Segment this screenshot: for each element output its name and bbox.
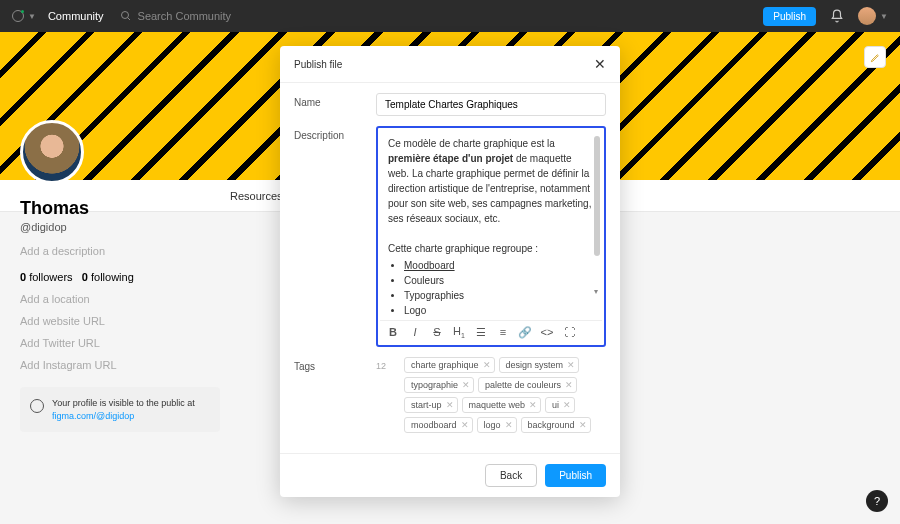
bell-icon[interactable] [830, 9, 844, 23]
bullet-item: Background [404, 318, 594, 320]
pencil-icon [870, 52, 881, 63]
tag-chip: maquette web✕ [462, 397, 542, 413]
editor-toolbar: B I S H1 ☰ ≡ 🔗 <> ⛶ [380, 320, 602, 343]
tag-chip: typographie✕ [404, 377, 474, 393]
numbered-list-icon[interactable]: ≡ [496, 326, 510, 338]
tag-remove-icon[interactable]: ✕ [505, 420, 513, 430]
moodboard-link[interactable]: Moodboard [404, 260, 455, 271]
svg-point-0 [121, 12, 128, 19]
profile-stats: 0 followers 0 following [20, 271, 260, 283]
add-location-link[interactable]: Add a location [20, 293, 260, 305]
profile-name: Thomas [20, 198, 260, 219]
tag-chip: charte graphique✕ [404, 357, 495, 373]
tag-remove-icon[interactable]: ✕ [563, 400, 571, 410]
expand-icon[interactable]: ⛶ [562, 326, 576, 338]
avatar[interactable] [858, 7, 876, 25]
name-label: Name [294, 93, 364, 108]
bullet-item: Typographies [404, 288, 594, 303]
tags-container: charte graphique✕design system✕typograph… [404, 357, 606, 433]
add-description-link[interactable]: Add a description [20, 245, 260, 257]
add-twitter-link[interactable]: Add Twitter URL [20, 337, 260, 349]
profile-handle: @digidop [20, 221, 260, 233]
tag-remove-icon[interactable]: ✕ [483, 360, 491, 370]
tag-chip: design system✕ [499, 357, 580, 373]
bullet-item: Logo [404, 303, 594, 318]
tag-chip: palette de couleurs✕ [478, 377, 577, 393]
back-button[interactable]: Back [485, 464, 537, 487]
profile-url-link[interactable]: figma.com/@digidop [52, 411, 134, 421]
avatar-large[interactable] [20, 120, 84, 184]
bullet-item: Couleurs [404, 273, 594, 288]
profile-sidebar: Thomas @digidop Add a description 0 foll… [20, 120, 260, 432]
publish-file-modal: Publish file ✕ Name Description Ce modèl… [280, 46, 620, 497]
bullet-item: Moodboard [404, 258, 594, 273]
link-icon[interactable]: 🔗 [518, 326, 532, 339]
globe-icon [30, 399, 44, 413]
tag-chip: background✕ [521, 417, 591, 433]
profile-visibility-info: Your profile is visible to the public at… [20, 387, 220, 432]
add-instagram-link[interactable]: Add Instagram URL [20, 359, 260, 371]
italic-icon[interactable]: I [408, 326, 422, 338]
scrollbar[interactable]: ▾ [594, 136, 600, 296]
tag-remove-icon[interactable]: ✕ [567, 360, 575, 370]
close-icon[interactable]: ✕ [594, 56, 606, 72]
search-input[interactable]: Search Community [120, 10, 232, 22]
publish-button[interactable]: Publish [545, 464, 606, 487]
svg-line-1 [127, 18, 130, 21]
heading-icon[interactable]: H1 [452, 325, 466, 339]
tag-remove-icon[interactable]: ✕ [462, 380, 470, 390]
bold-icon[interactable]: B [386, 326, 400, 338]
tag-remove-icon[interactable]: ✕ [579, 420, 587, 430]
tags-count: 12 [376, 357, 386, 371]
tag-remove-icon[interactable]: ✕ [565, 380, 573, 390]
community-link[interactable]: Community [48, 10, 104, 22]
name-input[interactable] [376, 93, 606, 116]
top-bar: ▼ Community Search Community Publish ▼ [0, 0, 900, 32]
add-website-link[interactable]: Add website URL [20, 315, 260, 327]
bullet-list-icon[interactable]: ☰ [474, 326, 488, 339]
globe-icon[interactable] [12, 10, 24, 22]
tag-chip: start-up✕ [404, 397, 458, 413]
tag-remove-icon[interactable]: ✕ [446, 400, 454, 410]
description-editor[interactable]: Ce modèle de charte graphique est la pre… [376, 126, 606, 347]
modal-title: Publish file [294, 59, 342, 70]
tag-chip: moodboard✕ [404, 417, 473, 433]
tag-chip: ui✕ [545, 397, 575, 413]
chevron-down-icon[interactable]: ▼ [28, 12, 36, 21]
tag-remove-icon[interactable]: ✕ [461, 420, 469, 430]
tag-chip: logo✕ [477, 417, 517, 433]
code-icon[interactable]: <> [540, 326, 554, 338]
strikethrough-icon[interactable]: S [430, 326, 444, 338]
tags-label: Tags [294, 357, 364, 372]
search-icon [120, 10, 132, 22]
description-label: Description [294, 126, 364, 141]
tag-remove-icon[interactable]: ✕ [529, 400, 537, 410]
help-button[interactable]: ? [866, 490, 888, 512]
avatar-chevron-icon[interactable]: ▼ [880, 12, 888, 21]
edit-banner-button[interactable] [864, 46, 886, 68]
publish-top-button[interactable]: Publish [763, 7, 816, 26]
